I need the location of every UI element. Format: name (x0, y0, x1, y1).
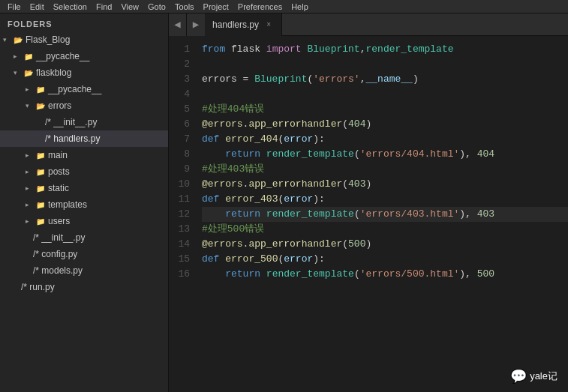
token-func-name: error_404 (225, 133, 278, 145)
code-line: return render_template('errors/500.html'… (202, 267, 568, 282)
menu-item-preferences[interactable]: Preferences (233, 2, 287, 11)
token-kw-class-name: render_template (365, 43, 453, 55)
tree-item-posts[interactable]: 📁posts (0, 163, 168, 180)
token-plain (260, 208, 266, 220)
code-line: @errors.app_errorhandler(403) (202, 177, 568, 192)
token-plain: ), (459, 208, 476, 220)
menu-item-tools[interactable]: Tools (170, 2, 199, 11)
chevron-icon (14, 52, 21, 60)
menu-item-project[interactable]: Project (199, 2, 233, 11)
tree-label: flaskblog (36, 67, 71, 78)
code-line: def error_500(error): (202, 252, 568, 267)
tree-item-init-errors[interactable]: /* __init__.py (0, 114, 168, 130)
tree-item-models[interactable]: /* models.py (0, 262, 168, 279)
token-number: 500 (477, 268, 494, 280)
tree-item-config[interactable]: /* config.py (0, 246, 168, 262)
tree-label: __pycache__ (36, 51, 89, 61)
menu-item-file[interactable]: File (3, 2, 26, 11)
token-decorator: @errors (202, 178, 243, 190)
token-decorator: app_errorhandler (248, 178, 342, 190)
main-layout: FOLDERS 📂Flask_Blog📁__pycache__📂flaskblo… (0, 13, 568, 392)
token-string: 'errors/403.html' (360, 208, 460, 220)
token-param: error (284, 253, 313, 265)
tree-item-handlers[interactable]: /* handlers.py (0, 130, 168, 147)
code-container[interactable]: 12345678910111213141516 from flask impor… (169, 36, 568, 392)
line-number: 14 (169, 237, 190, 252)
tree-item-flask-blog[interactable]: 📂Flask_Blog (0, 31, 168, 48)
menubar: FileEditSelectionFindViewGotoToolsProjec… (0, 0, 568, 13)
folder-icon: 📂 (23, 67, 35, 79)
token-kw-return: return (225, 268, 260, 280)
token-kw-return: return (225, 148, 260, 160)
tab-bar: ◀ ▶ handlers.py × (169, 13, 568, 36)
tree-item-init-flask[interactable]: /* __init__.py (0, 229, 168, 246)
token-plain: ( (354, 148, 360, 160)
next-tab-btn[interactable]: ▶ (187, 13, 205, 36)
token-kw-import: import (266, 43, 302, 55)
chevron-icon (26, 151, 33, 159)
menu-item-goto[interactable]: Goto (143, 2, 170, 11)
tree-item-templates[interactable]: 📁templates (0, 196, 168, 213)
token-kw-class-name: Blueprint (254, 73, 307, 85)
line-number: 7 (169, 132, 190, 147)
chevron-icon (26, 102, 33, 109)
token-plain (260, 268, 266, 280)
menu-item-edit[interactable]: Edit (26, 2, 49, 11)
tree-label: /* config.py (33, 249, 77, 259)
line-number: 3 (169, 72, 190, 87)
tree-item-flaskblog[interactable]: 📂flaskblog (0, 64, 168, 81)
token-comment: #处理404错误 (202, 103, 264, 115)
chevron-icon (26, 184, 33, 192)
tree-item-run[interactable]: /* run.py (0, 279, 168, 295)
folder-icon: 📁 (35, 149, 47, 161)
token-comment: #处理500错误 (202, 223, 264, 235)
tree-item-pycache-root[interactable]: 📁__pycache__ (0, 48, 168, 64)
tree-label: templates (48, 199, 87, 210)
code-line: @errors.app_errorhandler(404) (202, 117, 568, 132)
tree-label: posts (48, 166, 70, 177)
menu-item-find[interactable]: Find (92, 2, 116, 11)
token-plain: flask (225, 43, 266, 55)
menu-item-view[interactable]: View (116, 2, 143, 11)
token-kw-class-name: render_template (266, 148, 354, 160)
token-plain: = (237, 73, 254, 85)
token-func-name: error_500 (225, 253, 278, 265)
tree-label: /* models.py (33, 265, 83, 276)
tree-item-main[interactable]: 📁main (0, 147, 168, 163)
line-number: 5 (169, 102, 190, 117)
token-number: 403 (477, 208, 494, 220)
tab-handlers[interactable]: handlers.py × (205, 13, 282, 36)
token-decorator-arg: 404 (348, 118, 365, 130)
token-number: 404 (477, 148, 494, 160)
token-decorator: @errors (202, 118, 243, 130)
tree-item-errors[interactable]: 📂errors (0, 97, 168, 114)
code-line: #处理403错误 (202, 162, 568, 177)
tab-close-btn[interactable]: × (263, 19, 274, 30)
tree-label: errors (48, 100, 71, 111)
line-number: 15 (169, 252, 190, 267)
prev-tab-btn[interactable]: ◀ (169, 13, 187, 36)
line-number: 16 (169, 267, 190, 282)
tree-item-pycache-flask[interactable]: 📁__pycache__ (0, 81, 168, 97)
token-plain (202, 148, 225, 160)
editor-area: ◀ ▶ handlers.py × 1234567891011121314151… (169, 13, 568, 392)
code-line: return render_template('errors/403.html'… (202, 207, 568, 222)
line-number: 6 (169, 117, 190, 132)
token-kw-class-name: Blueprint (307, 43, 359, 55)
code-lines[interactable]: from flask import Blueprint,render_templ… (196, 36, 568, 392)
menu-item-selection[interactable]: Selection (49, 2, 92, 11)
token-plain: ): (313, 193, 325, 205)
folder-icon: 📁 (35, 166, 47, 178)
line-number: 1 (169, 42, 190, 57)
menu-item-help[interactable]: Help (287, 2, 313, 11)
code-line (202, 57, 568, 72)
token-plain: errors (202, 73, 237, 85)
token-plain: ) (365, 118, 371, 130)
folder-icon: 📂 (12, 34, 24, 46)
token-decorator: @errors (202, 238, 243, 250)
tree-label: __pycache__ (48, 84, 101, 94)
tree-item-static[interactable]: 📁static (0, 180, 168, 196)
token-kw-from: from (202, 43, 225, 55)
token-param: __name__ (365, 73, 412, 85)
tree-item-users[interactable]: 📁users (0, 213, 168, 229)
